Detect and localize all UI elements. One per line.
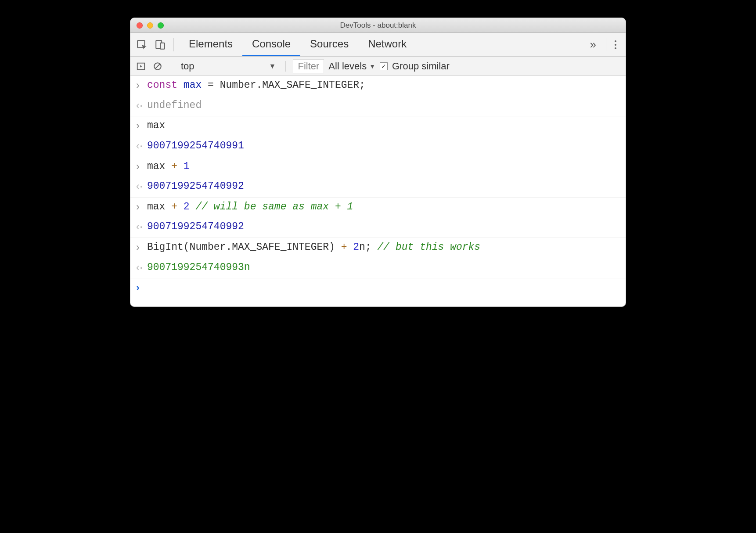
- console-input-line: ›max: [130, 116, 626, 137]
- divider: [173, 38, 174, 51]
- log-level-selector[interactable]: All levels ▼: [328, 61, 375, 72]
- context-selector-value: top: [181, 61, 194, 72]
- output-arrow-icon: ‹·: [135, 138, 147, 155]
- console-output-text: 9007199254740991: [147, 138, 621, 154]
- tab-sources[interactable]: Sources: [300, 33, 358, 56]
- console-output-line: ‹·undefined: [130, 96, 626, 116]
- console-input-line: ›max + 2 // will be same as max + 1: [130, 198, 626, 218]
- console-output-text: 9007199254740992: [147, 219, 621, 235]
- input-chevron-icon: ›: [135, 199, 147, 216]
- console-entry: ›max‹·9007199254740991: [130, 116, 626, 157]
- prompt-chevron-icon: ›: [135, 280, 147, 297]
- tab-elements[interactable]: Elements: [179, 33, 242, 56]
- zoom-window-button[interactable]: [158, 22, 164, 29]
- console-toolbar: top ▼ Filter All levels ▼ ✓ Group simila…: [130, 57, 626, 76]
- console-input-text: BigInt(Number.MAX_SAFE_INTEGER) + 2n; //…: [147, 240, 621, 256]
- devtools-window: DevTools - about:blank Elements Console …: [130, 18, 626, 307]
- console-output-text: 9007199254740992: [147, 179, 621, 194]
- devtools-tabstrip: Elements Console Sources Network »: [130, 33, 626, 57]
- console-input-text: max: [147, 118, 621, 134]
- output-arrow-icon: ‹·: [135, 219, 147, 236]
- console-entry: ›BigInt(Number.MAX_SAFE_INTEGER) + 2n; /…: [130, 238, 626, 278]
- console-input-text: const max = Number.MAX_SAFE_INTEGER;: [147, 78, 621, 94]
- console-output-line: ‹·9007199254740992: [130, 217, 626, 238]
- console-output-line: ‹·9007199254740991: [130, 137, 626, 157]
- console-input-text: max + 2 // will be same as max + 1: [147, 199, 621, 215]
- console-output: ›const max = Number.MAX_SAFE_INTEGER;‹·u…: [130, 76, 626, 299]
- svg-line-5: [155, 64, 160, 68]
- group-similar-checkbox[interactable]: ✓: [380, 62, 388, 70]
- panel-tabs: Elements Console Sources Network: [179, 33, 416, 56]
- minimize-window-button[interactable]: [147, 22, 153, 29]
- tab-console[interactable]: Console: [242, 33, 300, 56]
- divider: [606, 38, 606, 51]
- input-chevron-icon: ›: [135, 240, 147, 256]
- device-toolbar-icon[interactable]: [152, 37, 168, 53]
- window-title: DevTools - about:blank: [130, 21, 626, 30]
- settings-menu-icon[interactable]: [612, 40, 622, 49]
- output-arrow-icon: ‹·: [135, 260, 147, 277]
- inspect-element-icon[interactable]: [134, 37, 150, 53]
- console-entry: ›max + 2 // will be same as max + 1‹·900…: [130, 198, 626, 238]
- console-entry: ›const max = Number.MAX_SAFE_INTEGER;‹·u…: [130, 76, 626, 116]
- console-output-text: 9007199254740993n: [147, 260, 621, 276]
- console-output-line: ‹·9007199254740993n: [130, 258, 626, 278]
- filter-input[interactable]: Filter: [293, 59, 324, 73]
- dropdown-caret-icon: ▼: [269, 62, 276, 70]
- divider: [171, 61, 171, 72]
- console-prompt[interactable]: ›: [130, 278, 626, 299]
- console-output-text: undefined: [147, 98, 621, 114]
- console-input-text: max + 1: [147, 159, 621, 175]
- divider: [285, 61, 286, 72]
- console-input-line: ›BigInt(Number.MAX_SAFE_INTEGER) + 2n; /…: [130, 238, 626, 258]
- input-chevron-icon: ›: [135, 78, 147, 94]
- output-arrow-icon: ‹·: [135, 179, 147, 195]
- console-entry: ›max + 1‹·9007199254740992: [130, 157, 626, 198]
- context-selector[interactable]: top ▼: [178, 60, 278, 73]
- console-input-line: ›max + 1: [130, 157, 626, 177]
- output-arrow-icon: ‹·: [135, 98, 147, 115]
- tab-network[interactable]: Network: [358, 33, 416, 56]
- window-titlebar: DevTools - about:blank: [130, 18, 626, 33]
- input-chevron-icon: ›: [135, 118, 147, 135]
- clear-console-icon[interactable]: [151, 60, 164, 72]
- close-window-button[interactable]: [137, 22, 143, 29]
- console-output-line: ‹·9007199254740992: [130, 177, 626, 197]
- input-chevron-icon: ›: [135, 159, 147, 176]
- toggle-console-drawer-icon[interactable]: [135, 60, 147, 72]
- more-tabs-icon[interactable]: »: [583, 38, 601, 51]
- traffic-lights: [130, 22, 164, 29]
- log-level-label: All levels: [328, 61, 367, 72]
- dropdown-caret-icon: ▼: [369, 63, 375, 70]
- console-input-line: ›const max = Number.MAX_SAFE_INTEGER;: [130, 76, 626, 96]
- group-similar-label: Group similar: [392, 61, 450, 72]
- svg-rect-2: [160, 43, 165, 49]
